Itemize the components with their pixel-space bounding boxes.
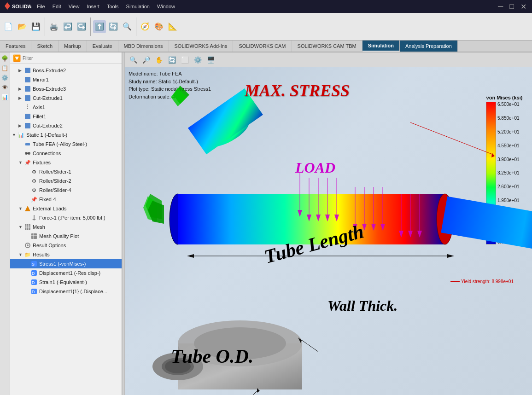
maximize-button[interactable]: □ [508,2,516,11]
tree-filter-area: 🔽 Filter [10,52,122,64]
view-search-icon[interactable]: 🔍 [128,54,139,65]
tree-item-displacement1-1[interactable]: DDisplacement1{1} (-Displace... [10,287,122,296]
yield-arrow [450,281,460,282]
svg-rect-4 [25,86,30,92]
tree-item-label-fillet1: Fillet1 [33,114,46,119]
view-pan-icon[interactable]: ✋ [153,54,164,65]
tree-item-stress1[interactable]: SStress1 (-vonMises-) [10,259,122,268]
scale-value-3: 4.550e+01 [497,143,523,148]
view-settings-icon[interactable]: ⚙️ [192,54,203,65]
new-button[interactable]: 📄 [2,20,15,33]
open-button[interactable]: 📂 [16,20,29,33]
tab-features[interactable]: Features [0,41,31,52]
tab-sketch[interactable]: Sketch [31,41,58,52]
display-icon[interactable]: 👁️ [1,83,9,92]
tree-item-label-boss-extrude3: Boss-Extrude3 [33,86,66,92]
tree-item-results[interactable]: 📁Results [10,250,122,259]
feature-tree[interactable]: Boss-Extrude2Mirror1Boss-Extrude3Cut-Ext… [10,64,122,395]
menu-window[interactable]: Window [157,4,175,9]
tab-evaluate[interactable]: Evaluate [87,41,118,52]
tree-item-external-loads[interactable]: External Loads [10,204,122,213]
tree-item-fixtures[interactable]: 📌Fixtures [10,158,122,167]
deformation-label: Deformation scale: 4 [129,93,211,101]
tree-item-result-options[interactable]: Result Options [10,241,122,250]
tree-item-cut-extrude1[interactable]: Cut-Extrude1 [10,93,122,103]
measure-button[interactable]: 📐 [166,20,179,33]
tree-item-mirror1[interactable]: Mirror1 [10,75,122,84]
tab-markup[interactable]: Markup [58,41,87,52]
tree-item-cut-extrude2[interactable]: Cut-Extrude2 [10,121,122,130]
tree-item-axis1[interactable]: Axis1 [10,103,122,112]
menu-tools[interactable]: Tools [107,4,119,9]
tree-item-strain1[interactable]: DStrain1 (-Equivalent-) [10,278,122,287]
view-rotate-icon[interactable]: 🔄 [166,54,177,65]
svg-marker-72 [380,224,385,231]
tree-item-label-cut-extrude1: Cut-Extrude1 [33,95,63,101]
svg-point-40 [205,115,253,152]
tree-item-mesh[interactable]: Mesh [10,222,122,232]
redo-button[interactable]: ↪️ [75,20,88,33]
tree-item-label-static1: Static 1 (-Default-) [26,132,67,138]
tree-item-force1[interactable]: Force-1 (:Per item: 5,000 lbf:) [10,213,122,222]
render-button[interactable]: 🎨 [152,20,165,33]
svg-marker-76 [399,231,403,238]
tree-item-boss-extrude3[interactable]: Boss-Extrude3 [10,84,122,93]
model-info-panel: Model name: Tube FEA Study name: Static … [129,70,211,100]
svg-rect-21 [31,233,37,239]
tree-item-tube-fea[interactable]: Tube FEA (-Alloy Steel-) [10,139,122,149]
scale-value-9: 6.500e+00 [497,226,523,231]
main-content: 🌳 📋 ⚙️ 👁️ 📊 🔽 Filter Boss-Extrude2Mirror… [0,52,532,395]
tab-bar: Features Sketch Markup Evaluate MBD Dime… [0,41,532,52]
undo-button[interactable]: ↩️ [61,20,74,33]
tree-item-mesh-quality-plot[interactable]: Mesh Quality Plot [10,232,122,241]
scale-value-6: 2.600e+01 [497,184,523,189]
tree-item-fillet1[interactable]: Fillet1 [10,112,122,121]
scale-value-2: 5.200e+01 [497,129,523,134]
property-icon[interactable]: 📋 [1,64,9,72]
zoom-button[interactable]: 🔍 [121,20,134,33]
tree-item-roller-slider-4[interactable]: ⚙Roller/Slider-4 [10,186,122,195]
tab-cam-tbm[interactable]: SOLIDWORKS CAM TBM [292,41,362,52]
tab-simulation[interactable]: Simulation [362,41,400,52]
menu-simulation[interactable]: Simulation [126,4,150,9]
tree-item-roller-slider-1[interactable]: ⚙Roller/Slider-1 [10,167,122,176]
tree-item-roller-slider-2[interactable]: ⚙Roller/Slider-2 [10,176,122,186]
save-button[interactable]: 💾 [29,20,42,33]
view-display-icon[interactable]: 🖥️ [205,54,216,65]
tree-item-static1[interactable]: 📊Static 1 (-Default-) [10,130,122,139]
max-stress-annotation: MAX. STRESS [245,81,350,100]
config-icon[interactable]: ⚙️ [1,74,9,82]
tab-mbd[interactable]: MBD Dimensions [118,41,169,52]
feature-tree-icon[interactable]: 🌳 [1,54,9,63]
rotate-button[interactable]: 🔄 [107,20,120,33]
menu-insert[interactable]: Insert [87,4,99,9]
tree-item-fixed-4[interactable]: 📌Fixed-4 [10,195,122,204]
yield-label: Yield strength: 8.998e+01 [461,279,514,284]
tree-item-displacement1[interactable]: DDisplacement1 (-Res disp-) [10,268,122,278]
tree-item-connections[interactable]: Connections [10,149,122,158]
menu-file[interactable]: File [37,4,45,9]
3d-viewport[interactable]: Axis1 MAX. STRESS LOAD Tube Length Wall … [125,67,532,395]
print-button[interactable]: 🖨️ [47,20,60,33]
color-scale-panel: von Mises (ksi) 6.500e+015.850e+015.200e… [486,95,523,244]
tab-analysis-prep[interactable]: Analysis Preparation [400,41,458,52]
tab-addins[interactable]: SOLIDWORKS Add-Ins [169,41,234,52]
view-orient-button[interactable]: 🧭 [139,20,152,33]
tube-od-annotation: Tube O.D. [171,345,253,367]
close-button[interactable]: ✕ [519,2,528,11]
sim-icon[interactable]: 📊 [1,93,9,101]
tab-cam[interactable]: SOLIDWORKS CAM [233,41,292,52]
svg-marker-83 [298,337,302,343]
view-zoom-icon[interactable]: 🔎 [140,54,152,65]
scale-value-0: 6.500e+01 [497,102,523,107]
view-fit-icon[interactable]: ⬜ [179,54,190,65]
toolbar-sep-2 [90,17,91,36]
toolbar-sep-3 [136,17,136,36]
filter-icon[interactable]: 🔽 [13,54,21,62]
minimize-button[interactable]: ─ [496,2,505,11]
select-button[interactable]: ⬆️ [93,20,106,33]
menu-edit[interactable]: Edit [53,4,61,9]
tree-item-boss-extrude2[interactable]: Boss-Extrude2 [10,66,122,75]
svg-text:D: D [32,280,35,285]
menu-view[interactable]: View [69,4,80,9]
